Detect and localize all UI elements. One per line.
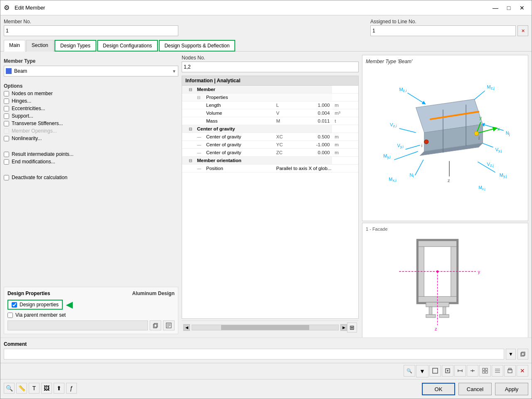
- ok-button[interactable]: OK: [422, 383, 455, 395]
- left-panel: Member Type Beam ▼ Options Nodes on memb…: [4, 55, 178, 334]
- via-parent-checkbox[interactable]: [7, 313, 13, 318]
- minimize-button[interactable]: —: [489, 3, 502, 13]
- support-checkbox[interactable]: Support...: [4, 113, 178, 119]
- svg-rect-50: [429, 307, 432, 314]
- svg-rect-53: [439, 315, 449, 318]
- collapse-gravity-icon[interactable]: ⊟: [189, 127, 192, 131]
- scroll-right-button[interactable]: ▶: [340, 324, 347, 331]
- clear-assigned-button[interactable]: ✕: [517, 25, 528, 36]
- svg-text:Nj: Nj: [506, 131, 510, 136]
- table-row: Mass M 0.011 t: [182, 117, 358, 125]
- comment-dropdown-button[interactable]: ▼: [506, 349, 516, 360]
- options-section: Options Nodes on member Hinges... Eccent…: [4, 80, 178, 182]
- measure-button[interactable]: 📏: [16, 383, 27, 394]
- assigned-label: Assigned to Line No.: [370, 19, 516, 25]
- function-button[interactable]: ƒ: [66, 383, 77, 394]
- toolbar-btn-2[interactable]: ▼: [416, 365, 428, 377]
- member-type-dropdown[interactable]: Beam ▼: [4, 66, 178, 76]
- export-button[interactable]: ⬆: [54, 383, 64, 394]
- toolbar-btn-1[interactable]: 🔍: [404, 365, 415, 377]
- result-intermediate-checkbox[interactable]: Result intermediate points...: [4, 151, 178, 157]
- select-icon: [445, 368, 451, 374]
- hinges-checkbox[interactable]: Hinges...: [4, 98, 178, 104]
- dialog-buttons: 🔍 📏 T 🖼 ⬆ ƒ OK Cancel Apply: [0, 379, 532, 399]
- collapse-properties-icon[interactable]: ⊟: [197, 95, 200, 100]
- end-modifications-checkbox[interactable]: End modifications...: [4, 159, 178, 165]
- tab-main[interactable]: Main: [4, 40, 25, 52]
- table-row: ⊟ Member: [182, 86, 358, 94]
- svg-rect-52: [426, 315, 436, 318]
- table-row: Volume V 0.004 m³: [182, 109, 358, 117]
- tab-section[interactable]: Section: [26, 40, 54, 52]
- text-button[interactable]: T: [29, 383, 39, 394]
- tab-design-supports[interactable]: Design Supports & Deflection: [159, 40, 236, 52]
- close-button[interactable]: ✕: [516, 3, 528, 13]
- edit-icon-btn[interactable]: [163, 320, 175, 330]
- beam-diagram-svg: Mz,i Mz,j Nj Vy,j Vz,j My,: [366, 66, 525, 191]
- member-openings-checkbox[interactable]: Member Openings...: [4, 128, 178, 134]
- svg-rect-70: [483, 368, 485, 370]
- apply-button[interactable]: Apply: [495, 383, 528, 395]
- comment-input[interactable]: [4, 349, 504, 360]
- grid-view-icon[interactable]: ⊞: [347, 323, 357, 332]
- svg-text:My,i: My,i: [383, 153, 391, 159]
- nodes-on-member-checkbox[interactable]: Nodes on member: [4, 91, 178, 96]
- top-area: Member No. Assigned to Line No. ✕: [0, 15, 532, 39]
- copy-icon-btn-1[interactable]: [150, 320, 161, 330]
- collapse-member-icon[interactable]: ⊟: [189, 87, 192, 92]
- measure-icon: [457, 368, 463, 374]
- tab-design-types[interactable]: Design Types: [54, 40, 96, 52]
- comment-label: Comment: [4, 341, 528, 347]
- member-no-input[interactable]: [4, 25, 178, 36]
- table-row: — Position Parallel to axis X of glob...: [182, 165, 358, 172]
- search-button[interactable]: 🔍: [4, 383, 15, 394]
- design-properties-checkbox-input[interactable]: [12, 302, 17, 308]
- image-button[interactable]: 🖼: [41, 383, 52, 394]
- design-properties-checkbox-label[interactable]: Design properties: [7, 300, 63, 310]
- toolbar-btn-3[interactable]: [429, 365, 441, 377]
- collapse-orientation-icon[interactable]: ⊟: [189, 158, 192, 163]
- svg-rect-72: [483, 371, 485, 373]
- tab-design-configurations[interactable]: Design Configurations: [97, 40, 158, 52]
- window-controls: — □ ✕: [489, 3, 528, 13]
- comment-copy-button[interactable]: [517, 349, 528, 360]
- svg-line-35: [406, 145, 420, 149]
- comment-input-row: ▼: [4, 349, 528, 360]
- design-props-header: Design Properties Aluminum Design: [7, 291, 175, 296]
- svg-line-37: [394, 151, 418, 160]
- grid2-icon: [482, 368, 488, 374]
- toolbar-btn-4[interactable]: [442, 365, 453, 377]
- deactivate-checkbox[interactable]: Deactivate for calculation: [4, 175, 178, 180]
- svg-text:Mx,i: Mx,i: [389, 177, 396, 182]
- toolbar-btn-9[interactable]: [504, 365, 516, 377]
- via-parent-label: Via parent member set: [15, 312, 66, 318]
- section-svg: y z: [366, 233, 525, 333]
- transverse-stiffeners-checkbox[interactable]: Transverse Stiffeners...: [4, 121, 178, 126]
- toolbar-btn-10[interactable]: ✕: [517, 365, 528, 377]
- content-area: Member Type Beam ▼ Options Nodes on memb…: [0, 52, 532, 337]
- eccentricities-checkbox[interactable]: Eccentricities...: [4, 106, 178, 111]
- cancel-button[interactable]: Cancel: [458, 383, 492, 395]
- svg-rect-61: [522, 352, 525, 355]
- scroll-left-button[interactable]: ◀: [183, 324, 190, 331]
- toolbar-btn-5[interactable]: [454, 365, 466, 377]
- svg-text:x: x: [498, 126, 500, 131]
- window-title: Edit Member: [15, 5, 489, 11]
- svg-rect-71: [485, 368, 488, 370]
- toolbar-btn-6[interactable]: [467, 365, 478, 377]
- toolbar-btn-8[interactable]: [492, 365, 503, 377]
- maximize-button[interactable]: □: [502, 3, 515, 13]
- table-row: ⊟ Member orientation: [182, 157, 358, 165]
- scroll-track[interactable]: [192, 325, 339, 330]
- nodes-no-input[interactable]: [182, 62, 359, 72]
- design-props-title: Design Properties: [7, 291, 50, 296]
- dropdown-arrow-icon: ▼: [172, 69, 176, 74]
- svg-line-11: [483, 124, 503, 131]
- svg-text:j: j: [478, 135, 479, 140]
- toolbar-btn-7[interactable]: [479, 365, 491, 377]
- via-parent-input[interactable]: [7, 320, 148, 330]
- nonlinearity-checkbox[interactable]: Nonlinearity...: [4, 135, 178, 141]
- svg-point-30: [424, 140, 429, 144]
- app-icon: ⚙: [4, 4, 12, 12]
- assigned-input[interactable]: [370, 25, 516, 36]
